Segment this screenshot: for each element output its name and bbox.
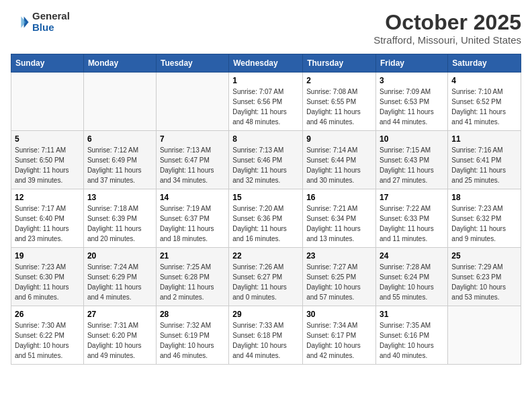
calendar-cell: 26Sunrise: 7:30 AM Sunset: 6:22 PM Dayli… <box>11 306 84 365</box>
calendar-week-4: 19Sunrise: 7:23 AM Sunset: 6:30 PM Dayli… <box>11 248 521 306</box>
day-detail: Sunrise: 7:08 AM Sunset: 6:55 PM Dayligh… <box>306 88 361 126</box>
day-number: 9 <box>306 134 372 144</box>
logo: General Blue <box>11 11 70 33</box>
day-number: 21 <box>160 251 225 261</box>
day-detail: Sunrise: 7:10 AM Sunset: 6:52 PM Dayligh… <box>451 88 506 126</box>
day-number: 5 <box>15 134 80 144</box>
calendar-cell: 16Sunrise: 7:21 AM Sunset: 6:34 PM Dayli… <box>303 189 376 248</box>
day-detail: Sunrise: 7:17 AM Sunset: 6:40 PM Dayligh… <box>15 205 69 242</box>
header-sunday: Sunday <box>11 54 84 73</box>
calendar-cell: 23Sunrise: 7:27 AM Sunset: 6:25 PM Dayli… <box>303 248 376 306</box>
calendar-cell: 7Sunrise: 7:13 AM Sunset: 6:47 PM Daylig… <box>156 131 228 189</box>
day-detail: Sunrise: 7:29 AM Sunset: 6:23 PM Dayligh… <box>451 263 506 301</box>
day-detail: Sunrise: 7:18 AM Sunset: 6:39 PM Dayligh… <box>87 205 142 242</box>
calendar-cell: 29Sunrise: 7:33 AM Sunset: 6:18 PM Dayli… <box>229 306 303 365</box>
day-detail: Sunrise: 7:32 AM Sunset: 6:19 PM Dayligh… <box>160 322 214 359</box>
calendar-cell: 13Sunrise: 7:18 AM Sunset: 6:39 PM Dayli… <box>83 189 156 248</box>
logo-icon <box>11 13 30 32</box>
day-number: 23 <box>306 251 372 261</box>
calendar-cell: 20Sunrise: 7:24 AM Sunset: 6:29 PM Dayli… <box>83 248 156 306</box>
day-number: 19 <box>15 251 80 261</box>
day-detail: Sunrise: 7:30 AM Sunset: 6:22 PM Dayligh… <box>15 322 69 359</box>
day-detail: Sunrise: 7:28 AM Sunset: 6:24 PM Dayligh… <box>380 263 434 301</box>
day-detail: Sunrise: 7:27 AM Sunset: 6:25 PM Dayligh… <box>306 263 361 301</box>
calendar-cell <box>448 306 521 365</box>
calendar-cell: 15Sunrise: 7:20 AM Sunset: 6:36 PM Dayli… <box>229 189 303 248</box>
calendar-cell: 17Sunrise: 7:22 AM Sunset: 6:33 PM Dayli… <box>376 189 448 248</box>
calendar-cell: 30Sunrise: 7:34 AM Sunset: 6:17 PM Dayli… <box>303 306 376 365</box>
calendar-cell: 14Sunrise: 7:19 AM Sunset: 6:37 PM Dayli… <box>156 189 228 248</box>
month-title: October 2025 <box>373 11 521 34</box>
day-number: 27 <box>87 310 152 319</box>
day-detail: Sunrise: 7:34 AM Sunset: 6:17 PM Dayligh… <box>306 322 361 359</box>
calendar-cell: 12Sunrise: 7:17 AM Sunset: 6:40 PM Dayli… <box>11 189 84 248</box>
day-detail: Sunrise: 7:13 AM Sunset: 6:46 PM Dayligh… <box>232 146 287 184</box>
calendar-cell: 19Sunrise: 7:23 AM Sunset: 6:30 PM Dayli… <box>11 248 84 306</box>
day-number: 17 <box>380 193 444 202</box>
day-number: 11 <box>451 134 517 144</box>
day-number: 16 <box>306 193 372 202</box>
title-block: October 2025 Strafford, Missouri, United… <box>373 11 521 46</box>
day-number: 6 <box>87 134 152 144</box>
day-number: 4 <box>451 76 517 85</box>
day-detail: Sunrise: 7:21 AM Sunset: 6:34 PM Dayligh… <box>306 205 361 242</box>
header-thursday: Thursday <box>303 54 376 73</box>
day-number: 26 <box>15 310 80 319</box>
calendar-cell <box>11 73 84 131</box>
day-detail: Sunrise: 7:23 AM Sunset: 6:32 PM Dayligh… <box>451 205 506 242</box>
calendar-cell: 18Sunrise: 7:23 AM Sunset: 6:32 PM Dayli… <box>448 189 521 248</box>
day-number: 28 <box>160 310 225 319</box>
day-detail: Sunrise: 7:23 AM Sunset: 6:30 PM Dayligh… <box>15 263 69 301</box>
day-detail: Sunrise: 7:13 AM Sunset: 6:47 PM Dayligh… <box>160 146 214 184</box>
calendar-week-1: 1Sunrise: 7:07 AM Sunset: 6:56 PM Daylig… <box>11 73 521 131</box>
calendar-cell: 3Sunrise: 7:09 AM Sunset: 6:53 PM Daylig… <box>376 73 448 131</box>
calendar-cell: 31Sunrise: 7:35 AM Sunset: 6:16 PM Dayli… <box>376 306 448 365</box>
day-detail: Sunrise: 7:20 AM Sunset: 6:36 PM Dayligh… <box>232 205 287 242</box>
day-number: 22 <box>232 251 299 261</box>
calendar-cell: 11Sunrise: 7:16 AM Sunset: 6:41 PM Dayli… <box>448 131 521 189</box>
day-number: 14 <box>160 193 225 202</box>
day-number: 30 <box>306 310 372 319</box>
calendar-cell: 8Sunrise: 7:13 AM Sunset: 6:46 PM Daylig… <box>229 131 303 189</box>
day-detail: Sunrise: 7:26 AM Sunset: 6:27 PM Dayligh… <box>232 263 287 301</box>
day-detail: Sunrise: 7:33 AM Sunset: 6:18 PM Dayligh… <box>232 322 287 359</box>
day-number: 3 <box>380 76 444 85</box>
day-number: 15 <box>232 193 299 202</box>
calendar-cell <box>83 73 156 131</box>
day-number: 7 <box>160 134 225 144</box>
day-detail: Sunrise: 7:35 AM Sunset: 6:16 PM Dayligh… <box>380 322 434 359</box>
day-number: 1 <box>232 76 299 85</box>
day-detail: Sunrise: 7:12 AM Sunset: 6:49 PM Dayligh… <box>87 146 142 184</box>
day-number: 25 <box>451 251 517 261</box>
day-number: 13 <box>87 193 152 202</box>
day-detail: Sunrise: 7:09 AM Sunset: 6:53 PM Dayligh… <box>380 88 434 126</box>
day-number: 10 <box>380 134 444 144</box>
day-detail: Sunrise: 7:31 AM Sunset: 6:20 PM Dayligh… <box>87 322 142 359</box>
calendar-header-row: SundayMondayTuesdayWednesdayThursdayFrid… <box>11 54 521 73</box>
logo-text: General Blue <box>32 11 70 33</box>
day-number: 24 <box>380 251 444 261</box>
header-friday: Friday <box>376 54 448 73</box>
calendar-cell: 1Sunrise: 7:07 AM Sunset: 6:56 PM Daylig… <box>229 73 303 131</box>
day-number: 31 <box>380 310 444 319</box>
day-detail: Sunrise: 7:19 AM Sunset: 6:37 PM Dayligh… <box>160 205 214 242</box>
calendar-cell: 28Sunrise: 7:32 AM Sunset: 6:19 PM Dayli… <box>156 306 228 365</box>
calendar-cell: 25Sunrise: 7:29 AM Sunset: 6:23 PM Dayli… <box>448 248 521 306</box>
day-number: 18 <box>451 193 517 202</box>
header-saturday: Saturday <box>448 54 521 73</box>
header-monday: Monday <box>83 54 156 73</box>
calendar-cell: 4Sunrise: 7:10 AM Sunset: 6:52 PM Daylig… <box>448 73 521 131</box>
header-wednesday: Wednesday <box>229 54 303 73</box>
day-number: 12 <box>15 193 80 202</box>
calendar-week-3: 12Sunrise: 7:17 AM Sunset: 6:40 PM Dayli… <box>11 189 521 248</box>
calendar-week-2: 5Sunrise: 7:11 AM Sunset: 6:50 PM Daylig… <box>11 131 521 189</box>
day-number: 20 <box>87 251 152 261</box>
day-detail: Sunrise: 7:11 AM Sunset: 6:50 PM Dayligh… <box>15 146 69 184</box>
page-header: General Blue October 2025 Strafford, Mis… <box>11 11 521 46</box>
calendar-cell: 27Sunrise: 7:31 AM Sunset: 6:20 PM Dayli… <box>83 306 156 365</box>
calendar-cell: 2Sunrise: 7:08 AM Sunset: 6:55 PM Daylig… <box>303 73 376 131</box>
calendar-cell: 6Sunrise: 7:12 AM Sunset: 6:49 PM Daylig… <box>83 131 156 189</box>
calendar-table: SundayMondayTuesdayWednesdayThursdayFrid… <box>11 54 521 365</box>
logo-general: General <box>32 11 70 22</box>
day-number: 2 <box>306 76 372 85</box>
